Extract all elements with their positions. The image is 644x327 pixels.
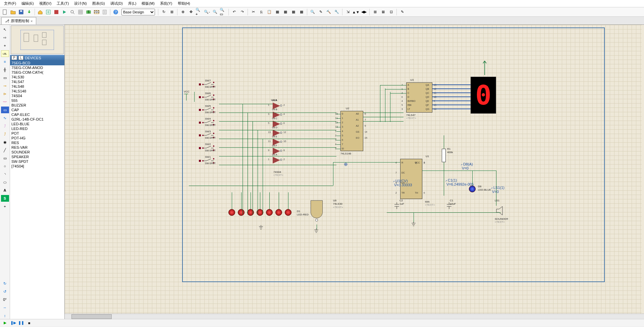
device-item[interactable]: 74S04 [10, 93, 64, 98]
device-item[interactable]: SOUNDER [10, 150, 64, 154]
led-red-5[interactable] [275, 209, 282, 216]
device-item[interactable]: 7SEG-COM-CATH( [10, 70, 64, 75]
doc-icon[interactable] [101, 8, 108, 16]
led-red-2[interactable] [247, 209, 254, 216]
device-item[interactable]: POT-HG [10, 136, 64, 140]
gate-u6[interactable] [308, 199, 325, 222]
undo-icon[interactable]: ↶ [230, 8, 238, 16]
mirror-icon[interactable]: ▲▼ [352, 8, 360, 16]
verify-icon[interactable]: 🔨 [325, 8, 332, 16]
bus-mode-icon[interactable]: ╫ [1, 66, 9, 73]
schematic-icon[interactable] [45, 8, 52, 16]
device-item[interactable]: 555 [10, 98, 64, 103]
flip-icon[interactable]: ◀▶ [360, 8, 368, 16]
symbol-icon[interactable]: S [1, 195, 9, 202]
device-item[interactable]: 74LS47 [10, 79, 64, 84]
chip-u2[interactable] [340, 111, 363, 151]
paste-icon[interactable]: 📋 [266, 8, 273, 16]
menu-tools[interactable]: 工具(T) [54, 1, 71, 6]
block-delete-icon[interactable]: ▦ [298, 8, 305, 16]
device-item[interactable]: RES [10, 140, 64, 145]
device-item[interactable]: RES-VAR [10, 145, 64, 150]
import-icon[interactable] [25, 8, 33, 16]
search-icon[interactable] [69, 8, 76, 16]
menu-view[interactable]: 视图(V) [37, 1, 54, 6]
line-2d-icon[interactable]: ╱ [1, 147, 9, 153]
device-item[interactable]: CAP-ELEC [10, 112, 64, 117]
copy-icon[interactable]: ⎘ [258, 8, 265, 16]
led-red-1[interactable] [238, 209, 245, 216]
refresh-icon[interactable]: ↻ [160, 8, 167, 16]
probe-i-icon[interactable]: ⤴ [1, 131, 9, 137]
pan-icon[interactable]: ✥ [187, 8, 195, 16]
overview-thumbnail[interactable] [11, 25, 64, 54]
junction-mode-icon[interactable]: + [1, 42, 9, 49]
menu-system[interactable]: 系统(Y) [157, 1, 175, 6]
device-pin-icon[interactable]: ⊳ [1, 90, 9, 97]
device-item[interactable]: G2RL-14B-CF-DC1 [10, 117, 64, 122]
new-file-icon[interactable] [1, 8, 9, 16]
device-item[interactable]: 74LS148 [10, 89, 64, 93]
money-icon[interactable]: $ [85, 8, 92, 16]
tab-schematic[interactable]: ⎇ 原理图绘制 × [1, 17, 36, 24]
step-icon[interactable]: ❚▶ [10, 320, 16, 326]
graph-icon[interactable]: 〰 [1, 99, 9, 105]
probe-d8a[interactable]: ↗ D8(A) V=0 [461, 162, 473, 170]
menu-design[interactable]: 设计(N) [71, 1, 89, 6]
seven-segment-display[interactable]: 0 [471, 77, 496, 114]
edit-icon[interactable]: ✎ [398, 8, 406, 16]
tape-icon[interactable]: ▭ [1, 107, 9, 113]
circle-2d-icon[interactable]: ○ [1, 163, 9, 170]
sounder-ls1[interactable] [495, 206, 505, 216]
zoom-in-icon[interactable]: 🔍+ [195, 8, 203, 16]
device-item[interactable]: BUZZER [10, 103, 64, 108]
terminal-icon[interactable]: ⊸ [1, 82, 9, 89]
block-rotate-icon[interactable]: ▦ [290, 8, 297, 16]
pcb-icon[interactable] [53, 8, 60, 16]
stop-icon[interactable]: ■ [26, 320, 32, 326]
help-icon[interactable]: ? [112, 8, 119, 16]
open-file-icon[interactable] [9, 8, 17, 16]
device-item[interactable]: LED-RED [10, 126, 64, 131]
menu-help[interactable]: 帮助(H) [175, 1, 193, 6]
device-item[interactable]: 74LS30 [10, 75, 64, 79]
probe-ls1[interactable]: ↗ LS1(1) V=0 [491, 186, 504, 194]
text-script-icon[interactable]: ≡ [1, 58, 9, 65]
device-item[interactable]: 74LS48 [10, 84, 64, 89]
play-icon[interactable]: ▶ [2, 320, 8, 326]
device-item[interactable]: SPEAKER [10, 154, 64, 159]
menu-file[interactable]: 文件(F) [1, 1, 19, 6]
library-button[interactable]: L [18, 56, 24, 60]
close-tab-icon[interactable]: × [31, 19, 33, 23]
subcircuit-icon[interactable]: ▭ [1, 74, 9, 81]
align-icon[interactable]: ⊞ [371, 8, 379, 16]
select-mode-icon[interactable]: ↖ [1, 26, 9, 33]
cut-icon[interactable]: ✂ [250, 8, 257, 16]
zoom-area-icon[interactable]: 🔍▭ [219, 8, 227, 16]
component-mode-icon[interactable]: ⇨ [1, 34, 9, 41]
device-item[interactable]: 7SEG-COM-ANOD [10, 65, 64, 70]
pick-device-button[interactable]: P [11, 56, 17, 60]
run-icon[interactable] [61, 8, 68, 16]
grid-icon[interactable] [77, 8, 84, 16]
find-icon[interactable]: 🔍 [309, 8, 316, 16]
save-icon[interactable] [17, 8, 25, 16]
origin-icon[interactable]: ⊕ [179, 8, 186, 16]
block-copy-icon[interactable]: ▦ [274, 8, 281, 16]
distribute-icon[interactable]: ⊠ [379, 8, 387, 16]
generator-icon[interactable]: ∿ [1, 115, 9, 121]
probe-u1cv[interactable]: ↗ U1(CV) V=3.33333 [393, 179, 412, 187]
redo-icon[interactable]: ↷ [238, 8, 246, 16]
probe-c1[interactable]: ↗ C1(1) V=6.24992e-005 [445, 178, 474, 186]
probe-v-icon[interactable]: ⤴ [1, 123, 9, 129]
home-icon[interactable] [37, 8, 44, 16]
toggle-grid-icon[interactable]: ⊞ [168, 8, 175, 16]
group-icon[interactable]: ⊡ [387, 8, 395, 16]
export-icon[interactable]: ⇲ [344, 8, 352, 16]
rotate-cw-icon[interactable]: ↻ [1, 280, 9, 287]
device-item[interactable]: POT [10, 131, 64, 136]
device-item[interactable]: SW-SPDT [10, 159, 64, 164]
rotate-ccw-icon[interactable]: ↺ [1, 288, 9, 295]
menu-library[interactable]: 库(L) [125, 1, 139, 6]
led-d8[interactable] [469, 186, 476, 192]
